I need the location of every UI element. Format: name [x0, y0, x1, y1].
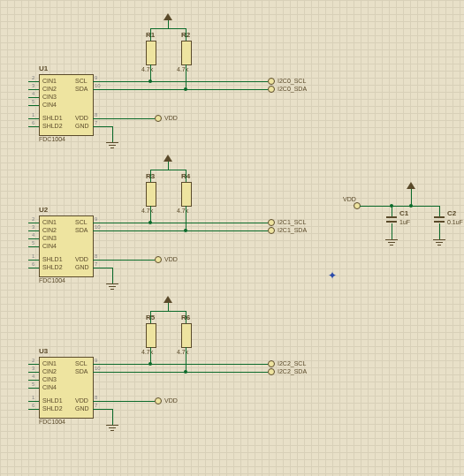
net-vdd-u3: VDD: [164, 397, 178, 404]
ref-u3: U3: [39, 347, 48, 355]
u2-gnd: GND: [75, 264, 89, 270]
term-i2c0-scl[interactable]: [268, 78, 275, 85]
res-r5[interactable]: [146, 323, 156, 348]
net-sda2: I2C2_SDA: [278, 368, 307, 374]
wire: [28, 372, 39, 373]
wire: [168, 161, 169, 170]
part-u1: FDC1004: [39, 136, 65, 142]
ref-u1: U1: [39, 64, 48, 72]
u1-pn9: 9: [95, 75, 97, 80]
val-r3: 4.7k: [141, 208, 153, 214]
power-arrow: [164, 13, 172, 20]
u3-pn1: 1: [32, 395, 34, 400]
wire: [150, 170, 151, 182]
net-scl0: I2C0_SCL: [278, 78, 306, 84]
res-r4[interactable]: [181, 182, 192, 207]
u2-cin4: CIN4: [42, 243, 57, 249]
u2-shld2: SHLD2: [42, 264, 63, 270]
res-r6[interactable]: [181, 323, 192, 348]
wire: [150, 170, 186, 170]
u3-pn9: 9: [95, 358, 97, 363]
term-i2c1-scl[interactable]: [268, 219, 275, 226]
wire: [112, 409, 113, 425]
net-vdd-u1: VDD: [164, 115, 178, 121]
net-scl1: I2C1_SCL: [278, 219, 306, 225]
u1-pn10: 10: [95, 83, 101, 88]
u2-pn1: 1: [32, 253, 34, 259]
wire-u3-sda: [93, 372, 268, 373]
wire: [150, 28, 186, 29]
junction: [390, 204, 393, 208]
term-i2c2-sda[interactable]: [268, 368, 275, 375]
gnd-u1: [106, 142, 118, 151]
val-c1: 1uF: [399, 219, 410, 225]
term-u3-vdd[interactable]: [155, 397, 162, 404]
wire: [28, 230, 39, 231]
u3-pn6: 6: [32, 403, 34, 408]
wire: [28, 260, 39, 261]
wire: [28, 388, 39, 389]
wire: [168, 302, 169, 311]
wire-u1-sda: [93, 89, 268, 90]
u2-pn9: 9: [95, 216, 97, 222]
term-i2c1-sda[interactable]: [268, 227, 275, 234]
val-r5: 4.7k: [141, 349, 153, 355]
u3-pn4: 4: [32, 374, 34, 379]
u2-cin1: CIN1: [42, 219, 57, 225]
u2-pn8: 8: [95, 253, 97, 259]
part-u3: FDC1004: [39, 419, 65, 425]
u3-vdd: VDD: [75, 397, 88, 404]
wire: [150, 311, 151, 323]
power-arrow: [164, 296, 172, 303]
u1-pn3: 3: [32, 83, 34, 88]
wire: [439, 206, 440, 216]
u1-pn6: 6: [32, 120, 34, 125]
res-r2[interactable]: [181, 41, 192, 65]
u1-vdd: VDD: [75, 115, 88, 121]
u3-pn10: 10: [95, 366, 101, 371]
wire: [112, 126, 113, 142]
wire: [28, 89, 39, 90]
junction: [148, 362, 152, 366]
u1-pn2: 2: [32, 75, 34, 80]
u2-cin2: CIN2: [42, 227, 57, 233]
term-u2-vdd[interactable]: [155, 256, 162, 263]
u1-cin1: CIN1: [42, 78, 57, 84]
u2-pn7: 7: [95, 261, 97, 267]
val-r2: 4.7k: [177, 66, 188, 72]
term-i2c2-scl[interactable]: [268, 360, 275, 367]
term-u1-vdd[interactable]: [155, 115, 162, 122]
wire: [186, 170, 186, 182]
junction: [409, 204, 413, 208]
wire-u3-vdd: [93, 401, 155, 402]
wire: [28, 238, 39, 239]
u3-cin1: CIN1: [42, 360, 57, 366]
wire: [112, 268, 113, 283]
u1-shld2: SHLD2: [42, 123, 63, 129]
u1-pn5: 5: [32, 99, 34, 104]
val-c2: 0.1uF: [447, 219, 463, 225]
gnd-u2: [106, 283, 118, 292]
ref-u2: U2: [39, 206, 48, 214]
u2-cin3: CIN3: [42, 235, 57, 241]
term-i2c0-sda[interactable]: [268, 86, 275, 93]
u3-pn3: 3: [32, 366, 34, 371]
schematic-canvas[interactable]: U1 FDC1004 CIN1 CIN2 CIN3 CIN4 SHLD1 SHL…: [0, 0, 464, 476]
power-arrow-caps: [407, 182, 415, 189]
res-r1[interactable]: [146, 41, 156, 65]
wire: [150, 28, 151, 41]
wire: [28, 364, 39, 365]
u2-pn10: 10: [95, 224, 101, 230]
gnd-u3: [106, 425, 118, 434]
u2-sda: SDA: [75, 227, 87, 233]
wire: [186, 64, 186, 89]
wire: [93, 126, 112, 127]
res-r3[interactable]: [146, 182, 156, 207]
junction: [184, 87, 187, 91]
wire-u1-vdd: [93, 118, 155, 119]
wire: [28, 268, 39, 268]
u1-pn4: 4: [32, 91, 34, 96]
wire: [360, 206, 439, 207]
u3-gnd: GND: [75, 405, 89, 412]
u2-shld1: SHLD1: [42, 256, 63, 262]
